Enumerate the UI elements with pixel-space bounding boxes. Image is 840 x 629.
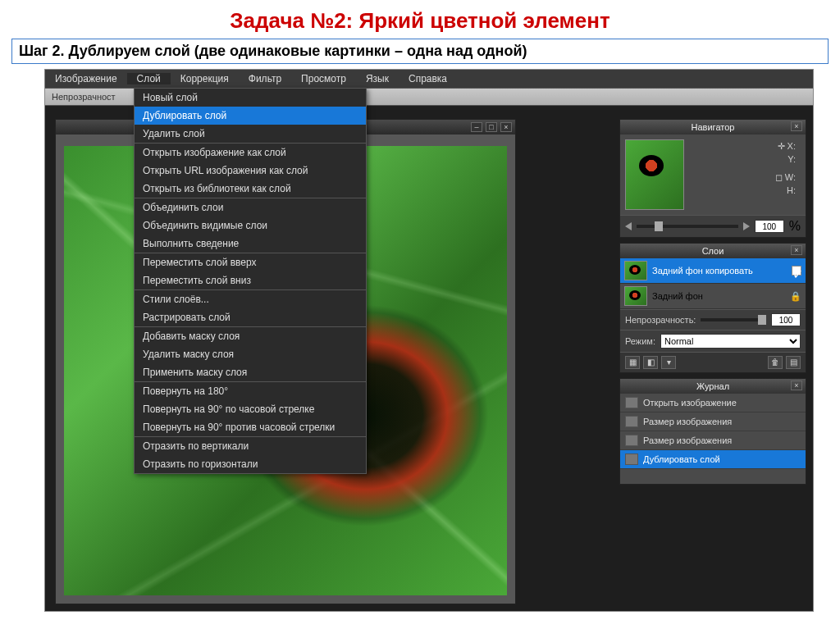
close-icon[interactable]: × bbox=[791, 121, 802, 131]
menu-flatten[interactable]: Выполнить сведение bbox=[135, 235, 366, 253]
history-icon bbox=[625, 454, 638, 465]
delete-layer-button[interactable]: 🗑 bbox=[768, 356, 783, 369]
navigator-info: ✛ X: Y: ◻ W: H: bbox=[691, 139, 801, 210]
zoom-in-icon[interactable] bbox=[743, 222, 750, 230]
close-icon[interactable]: × bbox=[500, 122, 512, 132]
slide-title: Задача №2: Яркий цветной элемент bbox=[0, 0, 840, 34]
menu-delete-layer[interactable]: Удалить слой bbox=[135, 125, 366, 143]
menu-language[interactable]: Язык bbox=[356, 73, 399, 84]
menu-filter[interactable]: Фильтр bbox=[239, 73, 291, 84]
blend-mode-row: Режим: Normal bbox=[620, 330, 806, 352]
menu-add-layer-mask[interactable]: Добавить маску слоя bbox=[135, 327, 366, 345]
history-list: Открыть изображение Размер изображения Р… bbox=[620, 394, 806, 484]
menu-open-image-as-layer[interactable]: Открыть изображение как слой bbox=[135, 144, 366, 162]
opacity-label: Непрозрачност bbox=[52, 92, 116, 102]
layer-menu-dropdown: Новый слой Дублировать слой Удалить слой… bbox=[134, 88, 367, 474]
panels-column: Навигатор× ✛ X: Y: ◻ W: H: % Слои× bbox=[619, 119, 806, 485]
navigator-thumbnail[interactable] bbox=[625, 139, 684, 210]
zoom-slider-row: % bbox=[620, 215, 806, 237]
menu-image[interactable]: Изображение bbox=[45, 73, 127, 84]
history-title: Журнал× bbox=[620, 379, 806, 394]
menu-new-layer[interactable]: Новый слой bbox=[135, 89, 366, 107]
app-window: Изображение Слой Коррекция Фильтр Просмо… bbox=[44, 69, 814, 612]
menu-rotate-90ccw[interactable]: Повернуть на 90° против часовой стрелки bbox=[135, 418, 366, 436]
step-description: Шаг 2. Дублируем слой (две одинаковые ка… bbox=[11, 39, 829, 64]
layers-title: Слои× bbox=[620, 244, 806, 258]
layer-visibility-checkbox[interactable]: ✓ bbox=[792, 266, 801, 276]
menu-rotate-180[interactable]: Повернуть на 180° bbox=[135, 382, 366, 400]
layer-mask-button[interactable]: ◧ bbox=[643, 356, 658, 369]
navigator-title: Навигатор× bbox=[620, 120, 806, 134]
menu-rotate-90cw[interactable]: Повернуть на 90° по часовой стрелке bbox=[135, 400, 366, 418]
history-panel: Журнал× Открыть изображение Размер изобр… bbox=[619, 378, 806, 485]
menu-correction[interactable]: Коррекция bbox=[171, 73, 239, 84]
menu-move-layer-up[interactable]: Переместить слой вверх bbox=[135, 253, 366, 271]
layer-name: Задний фон bbox=[652, 291, 785, 301]
new-layer-button[interactable]: ▦ bbox=[625, 356, 640, 369]
menu-help[interactable]: Справка bbox=[399, 73, 457, 84]
zoom-value-input[interactable] bbox=[755, 220, 784, 233]
layer-opacity-input[interactable] bbox=[771, 313, 801, 326]
blend-mode-label: Режим: bbox=[625, 336, 655, 346]
history-item[interactable]: Размер изображения bbox=[620, 431, 806, 450]
layer-row[interactable]: Задний фон копировать ✓ bbox=[620, 258, 806, 284]
history-icon bbox=[625, 416, 638, 427]
layers-panel: Слои× Задний фон копировать ✓ Задний фон… bbox=[619, 243, 806, 373]
lock-icon: 🔒 bbox=[790, 291, 801, 302]
close-icon[interactable]: × bbox=[791, 381, 802, 390]
layer-thumbnail bbox=[624, 261, 647, 280]
minimize-icon[interactable]: – bbox=[471, 122, 482, 132]
layers-button-bar: ▦ ◧ ▾ 🗑 ▤ bbox=[620, 352, 806, 372]
menu-open-url-as-layer[interactable]: Открыть URL изображения как слой bbox=[135, 162, 366, 180]
menu-open-library-as-layer[interactable]: Открыть из библиотеки как слой bbox=[135, 180, 366, 198]
layer-opacity-slider[interactable] bbox=[701, 318, 766, 321]
navigator-panel: Навигатор× ✛ X: Y: ◻ W: H: % bbox=[619, 119, 806, 238]
menu-delete-layer-mask[interactable]: Удалить маску слоя bbox=[135, 345, 366, 363]
zoom-slider[interactable] bbox=[637, 225, 738, 228]
layer-settings-button[interactable]: ▤ bbox=[786, 356, 801, 369]
close-icon[interactable]: × bbox=[791, 245, 802, 255]
menu-layer-styles[interactable]: Стили слоёв... bbox=[135, 290, 366, 308]
menu-rasterize-layer[interactable]: Растрировать слой bbox=[135, 308, 366, 326]
menu-view[interactable]: Просмотр bbox=[291, 73, 356, 84]
zoom-percent-label: % bbox=[789, 219, 801, 234]
menu-flip-vertical[interactable]: Отразить по вертикали bbox=[135, 437, 366, 455]
menu-move-layer-down[interactable]: Переместить слой вниз bbox=[135, 271, 366, 289]
zoom-out-icon[interactable] bbox=[625, 222, 632, 230]
maximize-icon[interactable]: □ bbox=[486, 122, 497, 132]
down-button[interactable]: ▾ bbox=[661, 356, 676, 369]
menu-merge-visible[interactable]: Объединить видимые слои bbox=[135, 217, 366, 235]
history-item[interactable]: Открыть изображение bbox=[620, 394, 806, 412]
layer-thumbnail bbox=[624, 286, 647, 306]
layer-name: Задний фон копировать bbox=[652, 266, 787, 276]
menu-layer[interactable]: Слой bbox=[127, 73, 171, 84]
history-icon bbox=[625, 397, 638, 408]
menu-merge-layers[interactable]: Объединить слои bbox=[135, 198, 366, 217]
history-item[interactable]: Размер изображения bbox=[620, 412, 806, 431]
menu-duplicate-layer[interactable]: Дублировать слой bbox=[135, 107, 366, 125]
layer-opacity-label: Непрозрачность: bbox=[625, 315, 696, 325]
history-item[interactable]: Дублировать слой bbox=[620, 450, 806, 469]
layer-row[interactable]: Задний фон 🔒 bbox=[620, 284, 806, 309]
menu-flip-horizontal[interactable]: Отразить по горизонтали bbox=[135, 455, 366, 473]
layer-opacity-row: Непрозрачность: bbox=[620, 309, 806, 330]
blend-mode-select[interactable]: Normal bbox=[660, 334, 801, 349]
menu-apply-layer-mask[interactable]: Применить маску слоя bbox=[135, 363, 366, 381]
menu-bar: Изображение Слой Коррекция Фильтр Просмо… bbox=[45, 70, 813, 88]
history-icon bbox=[625, 435, 638, 446]
